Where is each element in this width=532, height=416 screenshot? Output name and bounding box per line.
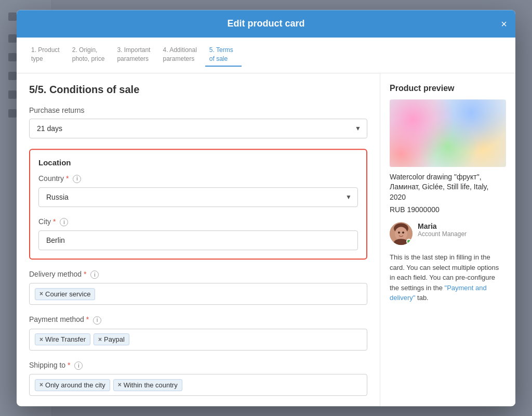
country-info-icon[interactable]: i: [73, 175, 81, 183]
svg-point-2: [395, 227, 407, 241]
delivery-required: *: [84, 270, 86, 278]
location-title: Location: [38, 158, 358, 167]
country-label: Country * i: [38, 174, 358, 183]
shipping-tag-remove-2[interactable]: ×: [118, 381, 122, 388]
agent-message: This is the last step in filling in the …: [390, 253, 506, 304]
shipping-tags-input[interactable]: × Only around the city × Within the coun…: [29, 374, 367, 396]
agent-role: Account Manager: [418, 231, 506, 238]
shipping-required: *: [68, 361, 70, 369]
agent-info: Maria Account Manager: [418, 223, 506, 238]
city-info-icon[interactable]: i: [60, 218, 68, 226]
section-title: 5/5. Conditions of sale: [29, 84, 367, 96]
right-panel: Product preview Watercolor drawing "фрук…: [380, 73, 515, 406]
delivery-group: Delivery method * i × Courier service: [29, 270, 367, 305]
shipping-tag-country: × Within the country: [113, 379, 182, 391]
payment-tag-paypal: × Paypal: [94, 333, 129, 345]
shipping-tag-label-2: Within the country: [124, 381, 178, 389]
online-indicator: [406, 239, 411, 244]
shipping-group: Shipping to * i × Only around the city ×…: [29, 361, 367, 396]
delivery-label: Delivery method * i: [29, 270, 367, 279]
payment-tags-input[interactable]: × Wire Transfer × Paypal: [29, 329, 367, 350]
delivery-tag-courier: × Courier service: [35, 288, 95, 300]
step-1[interactable]: 1. Producttype: [27, 44, 68, 67]
agent-card: Maria Account Manager: [390, 223, 506, 245]
left-panel: 5/5. Conditions of sale Purchase returns…: [17, 73, 380, 406]
payment-info-icon[interactable]: i: [93, 316, 101, 324]
delivery-tag-remove-1[interactable]: ×: [39, 291, 43, 298]
shipping-label: Shipping to * i: [29, 361, 367, 370]
payment-tag-remove-1[interactable]: ×: [39, 336, 43, 343]
shipping-tag-city: × Only around the city: [35, 379, 110, 391]
step-4[interactable]: 4. Additionalparameters: [158, 44, 205, 67]
delivery-tags-input[interactable]: × Courier service: [29, 283, 367, 305]
svg-point-4: [402, 232, 404, 234]
payment-tag-wire: × Wire Transfer: [35, 333, 90, 345]
agent-name: Maria: [418, 223, 506, 231]
purchase-returns-group: Purchase returns 21 days ▼: [29, 106, 367, 138]
modal-header: Edit product card ×: [17, 10, 515, 37]
modal-overlay: Edit product card × 1. Producttype 2. Or…: [0, 0, 532, 416]
payment-tag-label-1: Wire Transfer: [45, 335, 86, 343]
city-required: *: [53, 217, 56, 226]
payment-required: *: [86, 316, 89, 324]
purchase-returns-label: Purchase returns: [29, 106, 367, 114]
product-preview-image: [390, 99, 506, 167]
city-group: City * i: [38, 217, 358, 250]
city-label: City * i: [38, 217, 358, 226]
modal-close-button[interactable]: ×: [501, 19, 507, 29]
country-group: Country * i Russia ▼: [38, 174, 358, 207]
payment-group: Payment method * i × Wire Transfer × Pay…: [29, 316, 367, 350]
edit-product-modal: Edit product card × 1. Producttype 2. Or…: [17, 10, 515, 406]
preview-price: RUB 19000000: [390, 206, 506, 214]
art-pattern: [390, 99, 506, 167]
country-required: *: [66, 174, 69, 183]
city-input[interactable]: [38, 230, 358, 250]
shipping-info-icon[interactable]: i: [74, 361, 83, 370]
payment-label: Payment method * i: [29, 316, 367, 324]
payment-tag-remove-2[interactable]: ×: [98, 336, 102, 343]
agent-avatar: [390, 223, 413, 245]
modal-main: 5/5. Conditions of sale Purchase returns…: [17, 73, 515, 406]
step-2[interactable]: 2. Origin,photo, price: [68, 44, 113, 67]
country-select[interactable]: Russia: [38, 187, 358, 207]
delivery-tag-label-1: Courier service: [45, 290, 90, 298]
step-3[interactable]: 3. Importantparameters: [113, 44, 158, 67]
preview-product-title: Watercolor drawing "фрукт", Ламинат, Gic…: [390, 172, 506, 203]
location-box: Location Country * i Russia ▼: [29, 149, 367, 260]
purchase-returns-select-wrapper: 21 days ▼: [29, 119, 367, 138]
modal-title: Edit product card: [227, 18, 304, 29]
purchase-returns-select[interactable]: 21 days: [29, 119, 367, 138]
svg-point-3: [398, 232, 400, 234]
country-select-wrapper: Russia ▼: [38, 187, 358, 207]
delivery-info-icon[interactable]: i: [90, 271, 99, 279]
steps-navigation: 1. Producttype 2. Origin,photo, price 3.…: [17, 37, 515, 73]
payment-tag-label-2: Paypal: [104, 335, 125, 343]
preview-title: Product preview: [390, 84, 506, 93]
shipping-tag-remove-1[interactable]: ×: [39, 381, 43, 388]
shipping-tag-label-1: Only around the city: [45, 381, 105, 389]
step-5[interactable]: 5. Termsof sale: [205, 44, 242, 67]
